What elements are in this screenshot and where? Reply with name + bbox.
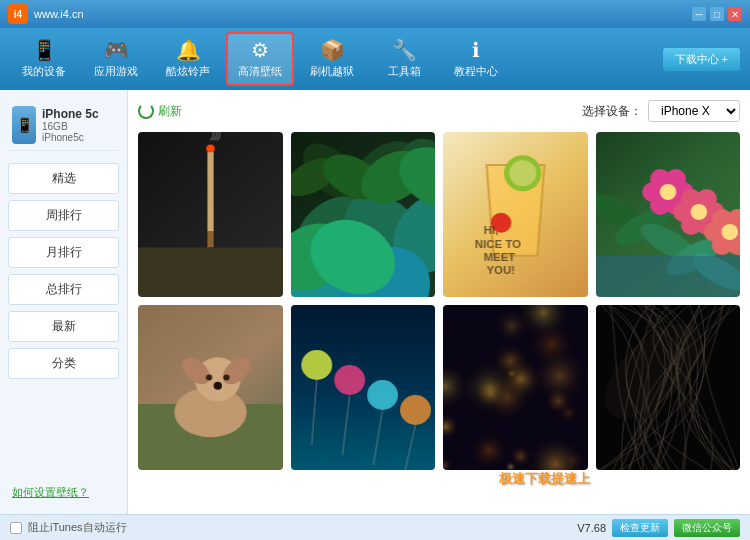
check-update-button[interactable]: 检查更新 <box>612 519 668 537</box>
nav-item-wallpaper[interactable]: ⚙ 高清壁纸 <box>226 32 294 86</box>
sidebar-item-monthly[interactable]: 月排行 <box>8 237 119 268</box>
nav-label-ringtones: 酷炫铃声 <box>166 64 210 79</box>
wallpaper-icon: ⚙ <box>251 40 269 60</box>
device-details: iPhone 5c 16GB iPhone5c <box>42 107 99 143</box>
top-navigation: 📱 我的设备 🎮 应用游戏 🔔 酷炫铃声 ⚙ 高清壁纸 📦 刷机越狱 🔧 工具箱… <box>0 28 750 90</box>
itunes-checkbox[interactable] <box>10 522 22 534</box>
wallpaper-item-6[interactable] <box>291 305 436 470</box>
nav-item-apps-games[interactable]: 🎮 应用游戏 <box>82 32 150 86</box>
ringtones-icon: 🔔 <box>176 40 201 60</box>
sidebar-item-featured[interactable]: 精选 <box>8 163 119 194</box>
nav-label-wallpaper: 高清壁纸 <box>238 64 282 79</box>
refresh-label: 刷新 <box>158 103 182 120</box>
device-selector: 选择设备： iPhone X iPhone 5c iPhone 6 iPhone… <box>582 100 740 122</box>
nav-item-my-device[interactable]: 📱 我的设备 <box>10 32 78 86</box>
wallpaper-item-5[interactable] <box>138 305 283 470</box>
nav-item-tools[interactable]: 🔧 工具箱 <box>370 32 438 86</box>
device-select-dropdown[interactable]: iPhone X iPhone 5c iPhone 6 iPhone 7 <box>648 100 740 122</box>
bottombar: 阻止iTunes自动运行 V7.68 检查更新 微信公众号 <box>0 514 750 540</box>
nav-item-tutorial[interactable]: ℹ 教程中心 <box>442 32 510 86</box>
bottombar-left: 阻止iTunes自动运行 <box>10 520 127 535</box>
apps-icon: 🎮 <box>104 40 129 60</box>
nav-label-my-device: 我的设备 <box>22 64 66 79</box>
wallpaper-item-1[interactable] <box>138 132 283 297</box>
device-model: iPhone5c <box>42 132 99 143</box>
device-info: 📱 iPhone 5c 16GB iPhone5c <box>8 100 119 151</box>
download-center-button[interactable]: 下载中心 + <box>663 48 740 71</box>
app-logo: i4 www.i4.cn <box>8 4 84 24</box>
wallpaper-item-7[interactable] <box>443 305 588 470</box>
wallpaper-item-8[interactable] <box>596 305 741 470</box>
sidebar-item-category[interactable]: 分类 <box>8 348 119 379</box>
nav-label-tutorial: 教程中心 <box>454 64 498 79</box>
wechat-button[interactable]: 微信公众号 <box>674 519 740 537</box>
wallpaper-item-3[interactable] <box>443 132 588 297</box>
tools-icon: 🔧 <box>392 40 417 60</box>
sidebar: 📱 iPhone 5c 16GB iPhone5c 精选 周排行 月排行 总排行… <box>0 90 128 514</box>
tutorial-icon: ℹ <box>472 40 480 60</box>
wallpaper-content: 刷新 选择设备： iPhone X iPhone 5c iPhone 6 iPh… <box>128 90 750 514</box>
sidebar-item-total[interactable]: 总排行 <box>8 274 119 305</box>
sidebar-item-newest[interactable]: 最新 <box>8 311 119 342</box>
nav-label-apps-games: 应用游戏 <box>94 64 138 79</box>
refresh-button[interactable]: 刷新 <box>138 103 182 120</box>
wallpaper-item-2[interactable] <box>291 132 436 297</box>
nav-item-jailbreak[interactable]: 📦 刷机越狱 <box>298 32 366 86</box>
app-website: www.i4.cn <box>34 8 84 20</box>
titlebar: i4 www.i4.cn ─ □ ✕ <box>0 0 750 28</box>
device-name: iPhone 5c <box>42 107 99 121</box>
nav-label-jailbreak: 刷机越狱 <box>310 64 354 79</box>
device-thumbnail: 📱 <box>12 106 36 144</box>
nav-right-area: 下载中心 + <box>663 48 740 71</box>
device-icon: 📱 <box>32 40 57 60</box>
maximize-button[interactable]: □ <box>710 7 724 21</box>
nav-label-tools: 工具箱 <box>388 64 421 79</box>
device-select-label: 选择设备： <box>582 103 642 120</box>
bottombar-right: V7.68 检查更新 微信公众号 <box>577 519 740 537</box>
version-text: V7.68 <box>577 522 606 534</box>
wallpaper-grid <box>138 132 740 470</box>
sidebar-item-weekly[interactable]: 周排行 <box>8 200 119 231</box>
minimize-button[interactable]: ─ <box>692 7 706 21</box>
nav-item-ringtones[interactable]: 🔔 酷炫铃声 <box>154 32 222 86</box>
wallpaper-item-4[interactable] <box>596 132 741 297</box>
logo-icon: i4 <box>8 4 28 24</box>
window-controls: ─ □ ✕ <box>692 7 742 21</box>
jailbreak-icon: 📦 <box>320 40 345 60</box>
content-header: 刷新 选择设备： iPhone X iPhone 5c iPhone 6 iPh… <box>138 100 740 122</box>
close-button[interactable]: ✕ <box>728 7 742 21</box>
main-area: 📱 iPhone 5c 16GB iPhone5c 精选 周排行 月排行 总排行… <box>0 90 750 514</box>
wallpaper-tip-link[interactable]: 如何设置壁纸？ <box>8 481 119 504</box>
device-size: 16GB <box>42 121 99 132</box>
itunes-label: 阻止iTunes自动运行 <box>28 520 127 535</box>
refresh-icon <box>138 103 154 119</box>
